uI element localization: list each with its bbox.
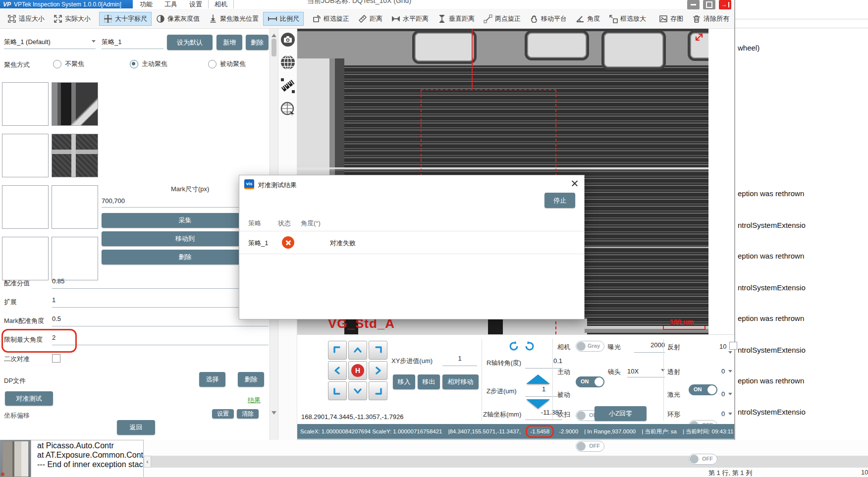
purge-toggle[interactable]: OFF xyxy=(576,441,604,452)
rotate-cw-icon[interactable] xyxy=(507,340,520,353)
table-row[interactable]: 策略_1 对准失败 xyxy=(239,231,585,254)
move-in-button[interactable]: 移入 xyxy=(393,374,415,389)
scroll-up-arrow[interactable] xyxy=(271,31,276,37)
mark-thumbnail[interactable] xyxy=(52,134,98,177)
field-input[interactable]: 0.5 xyxy=(52,314,269,326)
jog-top-right-button[interactable] xyxy=(369,341,387,360)
focus-option-active[interactable]: 主动聚焦 xyxy=(130,59,167,68)
mark-slot[interactable] xyxy=(52,237,98,280)
toolbar-actual-size[interactable]: 实际大小 xyxy=(49,12,95,26)
strategy-select[interactable]: 策略_1 (Default) xyxy=(4,36,96,49)
mark-slot[interactable] xyxy=(2,237,49,280)
toolbar-v-distance[interactable]: 垂直距离 xyxy=(433,12,479,26)
dialog-close-icon[interactable] xyxy=(570,179,579,188)
mark-slot[interactable] xyxy=(2,134,49,177)
delete-strategy-button[interactable]: 删除 xyxy=(246,35,269,50)
jog-home-button[interactable]: H xyxy=(348,361,367,380)
chevron-down-icon[interactable] xyxy=(728,413,732,417)
field-input[interactable]: 1 xyxy=(52,295,269,308)
jog-bottom-right-button[interactable] xyxy=(369,381,387,400)
exit-button[interactable]: → xyxy=(719,0,731,9)
toolbar-gray-value[interactable]: 像素灰度值 xyxy=(152,12,204,26)
move-out-button[interactable]: 移出 xyxy=(418,374,440,389)
stop-button[interactable]: 停止 xyxy=(544,193,575,208)
lens-select[interactable]: 10X xyxy=(627,365,665,377)
toolbar-two-point-rotate[interactable]: 两点旋正 xyxy=(479,12,525,26)
toolbar-angle[interactable]: 角度 xyxy=(571,12,604,26)
jog-right-button[interactable] xyxy=(369,361,387,380)
jog-down-button[interactable] xyxy=(348,381,367,400)
scrollbar-thumb[interactable] xyxy=(271,39,276,56)
toolbar-fit-size[interactable]: 适应大小 xyxy=(3,12,49,26)
hscroll-track[interactable] xyxy=(151,456,868,468)
desktop-photo-thumbnail[interactable] xyxy=(2,441,29,477)
toolbar-clear-all[interactable]: 清除所有 xyxy=(688,12,734,26)
jog-left-button[interactable] xyxy=(328,361,347,380)
toolbar-move-stage[interactable]: 移动平台 xyxy=(525,12,571,26)
maximize-button[interactable] xyxy=(703,0,715,9)
z-step-input[interactable]: 1 xyxy=(525,384,562,397)
z-pos-input[interactable]: -11.387 xyxy=(525,408,562,420)
strategy-name-input[interactable]: 策略_1 xyxy=(102,36,163,49)
laser-ruler-icon[interactable] xyxy=(280,77,296,94)
camera-toggle[interactable]: Gray xyxy=(576,341,604,352)
toolbar-box-rotate[interactable]: 框选旋正 xyxy=(308,12,354,26)
exposure-input[interactable]: 2000 xyxy=(634,340,665,353)
offset-clear-button[interactable]: 清除 xyxy=(237,409,259,419)
hscroll-left-button[interactable]: ‹ xyxy=(144,456,151,468)
jog-bottom-left-button[interactable] xyxy=(328,381,347,400)
laser-toggle[interactable]: OFF xyxy=(689,454,717,465)
field-input[interactable]: 2 xyxy=(52,333,269,345)
relative-move-button[interactable]: 相对移动 xyxy=(442,374,479,389)
menu-item-function[interactable]: 功能 xyxy=(134,0,159,9)
expand-arrows-icon[interactable] xyxy=(694,32,705,43)
add-strategy-button[interactable]: 新增 xyxy=(217,35,242,50)
radio-icon[interactable] xyxy=(208,60,217,68)
exception-log-window[interactable]: at Picasso.Auto.Contr at AT.Exposure.Com… xyxy=(31,440,144,477)
toolbar-distance[interactable]: 距离 xyxy=(354,12,387,26)
toolbar-scale-ruler[interactable]: 比例尺 xyxy=(263,12,304,26)
minimize-button[interactable] xyxy=(687,0,700,9)
field-input[interactable]: 0.85 xyxy=(52,276,269,289)
toolbar-h-distance[interactable]: 水平距离 xyxy=(387,12,433,26)
align-test-button[interactable]: 对准测试 xyxy=(5,391,53,406)
r-step-input[interactable]: 0.1 xyxy=(525,356,562,369)
menu-item-camera[interactable]: 相机 xyxy=(208,0,234,8)
z-home-button[interactable]: 小Z回零 xyxy=(595,406,647,421)
reflect-toggle[interactable]: ON xyxy=(689,384,717,395)
secondary-align-checkbox[interactable] xyxy=(52,354,60,363)
offset-set-button[interactable]: 设置 xyxy=(212,409,234,419)
radio-selected-icon[interactable] xyxy=(130,60,138,68)
mark-slot[interactable] xyxy=(2,185,49,229)
focus-option-none[interactable]: 不聚焦 xyxy=(53,59,84,68)
active-toggle[interactable]: ON xyxy=(576,376,604,387)
radio-icon[interactable] xyxy=(53,60,61,68)
z-up-button[interactable] xyxy=(526,374,550,384)
jog-up-button[interactable] xyxy=(348,341,367,360)
camera-icon[interactable] xyxy=(280,32,296,48)
mark-slot[interactable] xyxy=(2,82,49,126)
focus-option-passive[interactable]: 被动聚焦 xyxy=(208,59,246,68)
chevron-down-icon[interactable] xyxy=(728,393,732,397)
chevron-down-icon[interactable] xyxy=(728,370,732,374)
rotate-ccw-icon[interactable] xyxy=(523,340,536,353)
toolbar-cross-ruler[interactable]: 大十字标尺 xyxy=(99,12,152,26)
chevron-down-icon[interactable] xyxy=(728,351,732,356)
mark-thumbnail[interactable] xyxy=(52,82,98,126)
set-default-button[interactable]: 设为默认 xyxy=(167,35,213,50)
jog-top-left-button[interactable] xyxy=(328,341,347,360)
grid-sphere-icon[interactable] xyxy=(280,54,296,70)
dp-delete-button[interactable]: 删除 xyxy=(238,372,264,387)
toolbar-save-image[interactable]: 存图 xyxy=(654,12,688,26)
xy-step-input[interactable]: 1 xyxy=(442,354,477,366)
toolbar-box-zoom[interactable]: 框选放大 xyxy=(604,12,651,26)
result-link[interactable]: 结果 xyxy=(248,396,261,405)
dp-select-button[interactable]: 选择 xyxy=(199,372,225,387)
reflect-box-icon[interactable] xyxy=(729,342,737,350)
back-button[interactable]: 返回 xyxy=(117,420,155,435)
stage-map-icon[interactable] xyxy=(280,101,296,118)
menu-item-settings[interactable]: 设置 xyxy=(183,0,208,9)
menu-item-tools[interactable]: 工具 xyxy=(159,0,183,9)
scroll-down-arrow[interactable] xyxy=(271,411,276,417)
toolbar-laser-focus[interactable]: 聚焦激光位置 xyxy=(204,12,263,26)
